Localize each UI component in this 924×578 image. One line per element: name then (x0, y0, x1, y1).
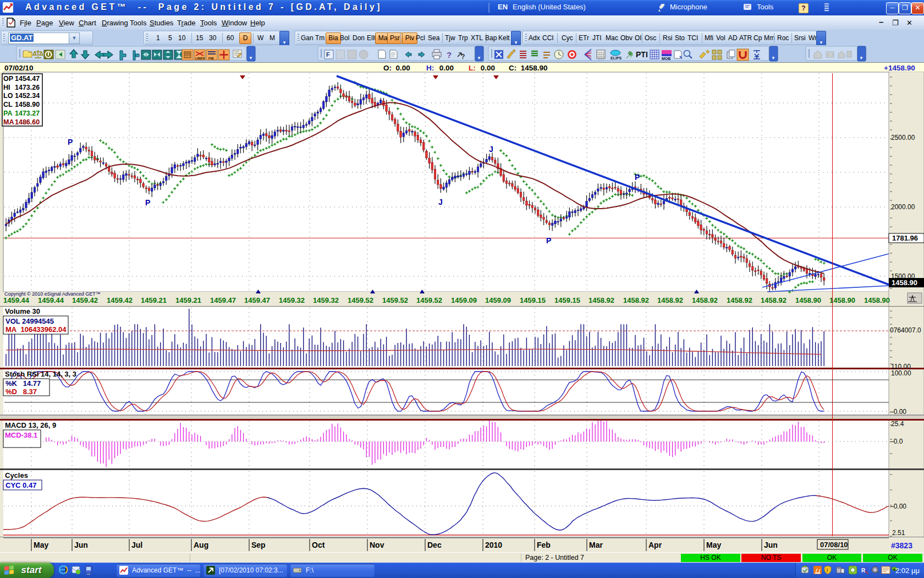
svg-text:#3823: #3823 (891, 541, 912, 550)
svg-text:1486.60: 1486.60 (15, 118, 40, 126)
svg-text:1458.90: 1458.90 (829, 296, 855, 304)
svg-text:Sep: Sep (251, 541, 266, 549)
svg-text:1454.47: 1454.47 (15, 75, 40, 83)
svg-text:P: P (635, 173, 640, 182)
svg-text:2.51: 2.51 (892, 529, 905, 537)
svg-text:1473.26: 1473.26 (15, 84, 40, 91)
svg-text:2500.00: 2500.00 (891, 134, 915, 141)
svg-text:07/08/10: 07/08/10 (820, 541, 848, 549)
svg-text:J: J (438, 198, 443, 206)
svg-text:Dec: Dec (427, 541, 442, 549)
svg-text:LINES: LINES (195, 57, 205, 60)
svg-text:1459.44: 1459.44 (3, 296, 30, 304)
svg-text:1473.27: 1473.27 (15, 110, 40, 117)
svg-text:May: May (706, 541, 721, 549)
svg-text:1459.42: 1459.42 (107, 296, 133, 304)
svg-text:–0.00: –0.00 (890, 408, 906, 416)
svg-text:1459.47: 1459.47 (244, 296, 270, 304)
svg-text:2010: 2010 (485, 541, 502, 549)
svg-text:Nov: Nov (370, 541, 384, 549)
svg-text:2:02 μμ: 2:02 μμ (895, 566, 920, 575)
svg-text:MACD 13, 26, 9: MACD 13, 26, 9 (5, 421, 56, 429)
svg-text:VOL 24994545: VOL 24994545 (6, 317, 54, 325)
svg-text:–0.00: –0.00 (890, 503, 906, 510)
svg-text:Feb: Feb (537, 541, 551, 549)
svg-text:1459.42: 1459.42 (72, 296, 98, 304)
svg-text:F: F (326, 51, 330, 58)
svg-text:1459.21: 1459.21 (141, 296, 167, 304)
svg-text:1458.92: 1458.92 (657, 296, 683, 304)
svg-text:PA: PA (3, 110, 12, 117)
svg-text:100.00: 100.00 (891, 369, 911, 377)
svg-text:1459.15: 1459.15 (520, 296, 546, 304)
svg-text:–0.0: –0.0 (890, 438, 903, 445)
svg-text:MOB: MOB (662, 57, 670, 61)
svg-text:?: ? (461, 53, 465, 61)
svg-text:MA: MA (3, 118, 14, 126)
svg-text:Oct: Oct (312, 541, 325, 549)
svg-text:1459.52: 1459.52 (348, 296, 373, 304)
svg-text:1459.32: 1459.32 (279, 296, 305, 304)
svg-text:1458.92: 1458.92 (623, 296, 649, 304)
svg-text:2000.00: 2000.00 (891, 203, 915, 211)
svg-text:Mar: Mar (589, 541, 603, 549)
svg-text:Jun: Jun (74, 541, 88, 549)
svg-text:MCD-38.1: MCD-38.1 (5, 431, 37, 439)
svg-text:%D 8.37: %D 8.37 (6, 388, 37, 396)
svg-text:1459.09: 1459.09 (451, 296, 477, 304)
svg-text:1458.92: 1458.92 (692, 296, 718, 304)
svg-text:1458.92: 1458.92 (761, 296, 787, 304)
svg-text:PTI: PTI (636, 50, 648, 59)
svg-text:Stoch RSI 14, 14, 3, 3: Stoch RSI 14, 14, 3, 3 (5, 370, 76, 378)
svg-text:HI: HI (3, 84, 10, 91)
svg-text:%K 14.77: %K 14.77 (6, 379, 41, 388)
svg-text:1459.47: 1459.47 (210, 296, 236, 304)
svg-text:1458.92: 1458.92 (588, 296, 614, 304)
svg-text:1459.32: 1459.32 (313, 296, 339, 304)
svg-text:1459.21: 1459.21 (175, 296, 201, 304)
svg-text:Cycles: Cycles (5, 471, 28, 479)
svg-text:CL: CL (3, 101, 13, 108)
svg-text:1459.44: 1459.44 (38, 296, 64, 304)
svg-text:LO: LO (3, 92, 13, 100)
svg-text:1458.92: 1458.92 (727, 296, 752, 304)
svg-text:1458.90: 1458.90 (15, 101, 40, 108)
svg-text:?: ? (447, 50, 452, 59)
svg-text:Apr: Apr (648, 541, 662, 549)
svg-text:!: ! (827, 568, 828, 573)
svg-text:OP: OP (3, 75, 13, 83)
svg-text:25.4: 25.4 (891, 420, 904, 428)
svg-text:1459.15: 1459.15 (554, 296, 580, 304)
svg-text:J: J (489, 145, 493, 154)
svg-text:Volume 30: Volume 30 (5, 307, 40, 315)
svg-text:Jul: Jul (131, 541, 142, 549)
svg-text:1458.90: 1458.90 (795, 296, 821, 304)
svg-text:1459.09: 1459.09 (485, 296, 511, 304)
svg-text:0764007.0: 0764007.0 (890, 326, 921, 334)
svg-text:1452.34: 1452.34 (15, 92, 40, 100)
svg-text:▼: ▼ (477, 56, 481, 61)
svg-text:P: P (145, 198, 150, 207)
svg-text:1781.96: 1781.96 (892, 234, 918, 242)
svg-text:1459.52: 1459.52 (416, 296, 442, 304)
svg-text:R: R (861, 568, 866, 574)
svg-text:P: P (546, 236, 551, 245)
svg-text:May: May (34, 541, 48, 549)
svg-text:▼: ▼ (859, 56, 864, 61)
svg-text:CYC 0.47: CYC 0.47 (6, 481, 36, 489)
svg-text:MA 106433962.04: MA 106433962.04 (6, 325, 67, 334)
svg-text:1458.90: 1458.90 (864, 296, 890, 304)
svg-text:FIB: FIB (208, 57, 214, 60)
svg-text:▼: ▼ (249, 56, 253, 61)
svg-text:1458.90: 1458.90 (892, 279, 917, 287)
svg-text:▼: ▼ (771, 56, 776, 61)
svg-text:1459.52: 1459.52 (382, 296, 408, 304)
svg-text:P: P (68, 138, 73, 146)
svg-text:Jun: Jun (764, 541, 778, 549)
svg-text:Aug: Aug (194, 541, 208, 549)
svg-text:ELIPS: ELIPS (610, 56, 622, 60)
